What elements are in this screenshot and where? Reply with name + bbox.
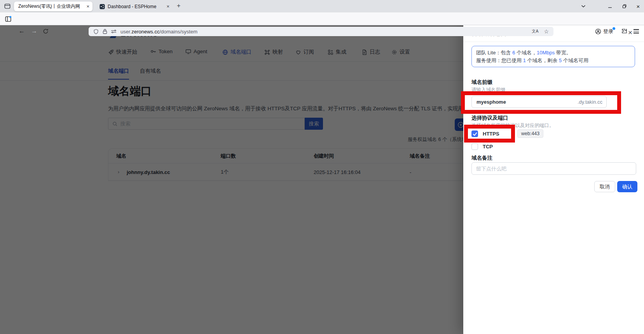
plan-notice-line1: 团队 Lite：包含 6 个域名，10Mbps 带宽。: [476, 49, 630, 57]
list-tabs-chevron-icon[interactable]: [580, 3, 587, 9]
bookmark-star-icon[interactable]: ☆: [544, 28, 549, 35]
tab-title: Dashboard - ESPHome: [108, 4, 156, 9]
add-domain-drawer: 新增域名端口 × 团队 Lite：包含 6 个域名，10Mbps 带宽。 服务使…: [463, 25, 644, 334]
tracking-shield-icon[interactable]: [93, 29, 99, 35]
url-bar[interactable]: user.zeronews.cc/domains/system 文A ☆: [89, 27, 553, 36]
remark-label: 域名备注: [471, 155, 492, 162]
browser-titlebar: ZeroNews(零讯)丨企业级内网 × Dashboard - ESPHome…: [0, 0, 644, 12]
tab-close-icon[interactable]: ×: [86, 4, 89, 9]
tcp-checkbox[interactable]: [471, 143, 478, 150]
https-port-chip: web:443: [517, 129, 543, 138]
confirm-button[interactable]: 确认: [617, 181, 637, 192]
tab-title: ZeroNews(零讯)丨企业级内网: [18, 3, 80, 10]
new-tab-button[interactable]: +: [177, 3, 180, 9]
browser-signin-button[interactable]: 登录: [592, 26, 617, 37]
back-button[interactable]: ←: [19, 28, 25, 34]
plan-notice-line2: 服务使用：您已使用 1 个域名，剩余 5 个域名可用: [476, 57, 630, 64]
annotation-box-https-checkbox: [464, 125, 515, 143]
permissions-icon[interactable]: [111, 29, 117, 34]
prefix-label: 域名前缀: [471, 79, 492, 86]
cancel-button[interactable]: 取消: [594, 181, 615, 192]
window-minimize-button[interactable]: [606, 3, 613, 9]
tab-close-icon[interactable]: ×: [166, 4, 169, 9]
notification-dot: [613, 27, 615, 30]
url-text: user.zeronews.cc/domains/system: [120, 29, 197, 35]
esphome-favicon: [99, 4, 105, 9]
protocol-label: 选择协议及端口: [471, 115, 508, 122]
window-restore-button[interactable]: [621, 3, 628, 9]
window-close-button[interactable]: ×: [635, 3, 642, 9]
plan-notice: 团队 Lite：包含 6 个域名，10Mbps 带宽。 服务使用：您已使用 1 …: [471, 46, 635, 67]
forward-button[interactable]: →: [31, 28, 37, 34]
divider: [463, 42, 644, 42]
tcp-label: TCP: [483, 144, 493, 150]
browser-tab-zeronews[interactable]: ZeroNews(零讯)丨企业级内网 ×: [14, 2, 92, 11]
browser-tab-esphome[interactable]: Dashboard - ESPHome ×: [96, 2, 173, 11]
drawer-backdrop[interactable]: [0, 25, 463, 334]
annotation-box-prefix-input: [461, 91, 621, 114]
remark-input[interactable]: [471, 162, 636, 175]
sidebar-toggle-icon[interactable]: [5, 16, 12, 23]
browser-toolbar: ← → user.zeronews.cc/domains/system 文A ☆…: [0, 12, 644, 25]
menu-hamburger-icon[interactable]: [634, 28, 639, 35]
lock-icon[interactable]: [103, 29, 107, 34]
extensions-puzzle-icon[interactable]: [621, 28, 627, 34]
account-icon: [595, 28, 601, 35]
translate-icon[interactable]: 文A: [532, 29, 539, 34]
reload-icon[interactable]: [43, 28, 49, 34]
firefox-view-icon[interactable]: [4, 3, 11, 10]
signin-label: 登录: [603, 28, 613, 35]
drawer-close-icon[interactable]: ×: [628, 28, 632, 37]
tcp-option-row: TCP: [471, 143, 493, 150]
